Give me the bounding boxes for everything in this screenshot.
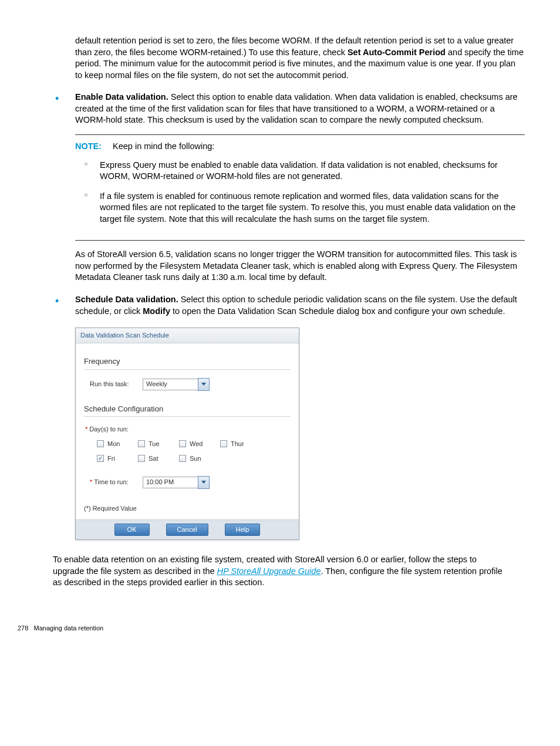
run-task-label: Run this task: bbox=[90, 380, 143, 389]
text: to open the Data Validation Scan Schedul… bbox=[170, 306, 505, 316]
upgrade-guide-link[interactable]: HP StoreAll Upgrade Guide bbox=[217, 566, 321, 576]
after-note-paragraph: As of StoreAll version 6.5, validation s… bbox=[75, 249, 525, 283]
bullet-schedule-data-validation: Schedule Data validation. Select this op… bbox=[53, 294, 525, 540]
page-number: 278 bbox=[18, 625, 28, 632]
cancel-button[interactable]: Cancel bbox=[166, 524, 208, 536]
run-task-value: Weekly bbox=[143, 379, 198, 390]
chevron-down-icon[interactable] bbox=[198, 476, 210, 489]
required-asterisk: * bbox=[90, 478, 92, 485]
section-frequency: Frequency bbox=[84, 356, 291, 370]
time-to-run-label: *Time to run: bbox=[90, 478, 143, 487]
checkbox-icon[interactable] bbox=[179, 455, 186, 462]
bullet-head: Enable Data validation. bbox=[75, 92, 168, 102]
checkbox-icon[interactable] bbox=[138, 455, 145, 462]
run-task-dropdown[interactable]: Weekly bbox=[143, 378, 210, 391]
checkbox-icon[interactable] bbox=[220, 440, 227, 447]
days-to-run-label: *Day(s) to run: bbox=[85, 425, 291, 434]
note-box: NOTE: Keep in mind the following: Expres… bbox=[75, 134, 525, 241]
day-sun[interactable]: Sun bbox=[179, 454, 220, 463]
page-footer: 278 Managing data retention bbox=[18, 624, 525, 633]
note-item: If a file system is enabled for continuo… bbox=[83, 191, 525, 225]
note-item: Express Query must be enabled to enable … bbox=[83, 160, 525, 183]
required-value-note: (*) Required Value bbox=[84, 504, 291, 513]
day-thur[interactable]: Thur bbox=[220, 440, 261, 448]
dialog-footer: OK Cancel Help bbox=[76, 519, 299, 539]
footer-title: Managing data retention bbox=[34, 625, 104, 632]
note-label: NOTE: bbox=[75, 141, 110, 153]
checkbox-icon[interactable] bbox=[97, 440, 104, 447]
checkbox-icon[interactable] bbox=[138, 440, 145, 447]
day-mon[interactable]: Mon bbox=[97, 440, 138, 448]
checkbox-icon[interactable] bbox=[97, 455, 104, 462]
help-button[interactable]: Help bbox=[225, 524, 261, 536]
required-asterisk: * bbox=[85, 426, 87, 433]
checkbox-icon[interactable] bbox=[179, 440, 186, 447]
day-fri[interactable]: Fri bbox=[97, 454, 138, 463]
time-to-run-value: 10:00 PM bbox=[143, 477, 198, 488]
data-validation-scan-schedule-dialog: Data Validation Scan Schedule Frequency … bbox=[75, 328, 299, 540]
section-schedule-config: Schedule Configuration bbox=[84, 404, 291, 417]
chevron-down-icon[interactable] bbox=[198, 378, 210, 391]
day-sat[interactable]: Sat bbox=[138, 454, 179, 463]
day-wed[interactable]: Wed bbox=[179, 440, 220, 448]
days-grid: Mon Tue Wed Thur Fri Sat Sun bbox=[97, 440, 291, 463]
closing-paragraph: To enable data retention on an existing … bbox=[53, 554, 507, 589]
dialog-title: Data Validation Scan Schedule bbox=[76, 328, 299, 343]
note-intro: Keep in mind the following: bbox=[113, 141, 214, 151]
bold-term: Set Auto-Commit Period bbox=[348, 48, 446, 57]
day-tue[interactable]: Tue bbox=[138, 440, 179, 448]
bold-term: Modify bbox=[143, 306, 170, 316]
ok-button[interactable]: OK bbox=[114, 524, 150, 536]
continued-paragraph: default retention period is set to zero,… bbox=[75, 35, 525, 81]
time-to-run-dropdown[interactable]: 10:00 PM bbox=[143, 476, 210, 489]
bullet-enable-data-validation: Enable Data validation. Select this opti… bbox=[53, 92, 525, 283]
bullet-head: Schedule Data validation. bbox=[75, 295, 178, 304]
